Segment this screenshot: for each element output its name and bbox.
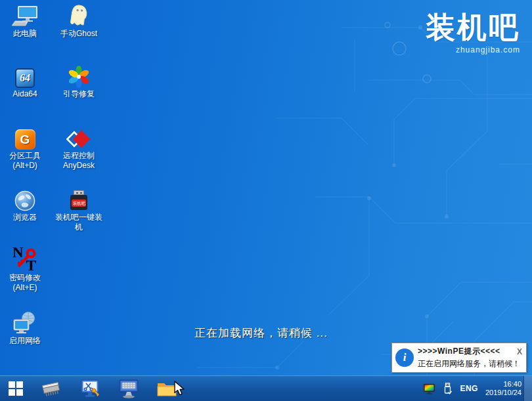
taskbar-clock[interactable]: 16:40 2019/10/24 xyxy=(485,380,521,397)
usb-installer-icon: 装机吧 xyxy=(69,188,89,211)
icon-label: 浏览器 xyxy=(1,213,49,222)
nt-password-icon: N T xyxy=(12,248,37,272)
aida64-glyph: 64 xyxy=(20,72,30,84)
globe-icon xyxy=(14,188,35,211)
network-monitor-icon xyxy=(12,311,37,335)
anydesk-icon xyxy=(66,126,91,150)
icon-label-sub: AnyDesk xyxy=(53,161,105,171)
icon-label: Aida64 xyxy=(1,89,49,99)
winpe-notification: i >>>>WinPE提示<<<< X 正在启用网络服务，请稍候！ xyxy=(391,343,527,373)
this-pc-icon xyxy=(11,4,39,28)
icon-label: 引导修复 xyxy=(53,89,105,99)
diskgenius-icon: G xyxy=(15,126,35,150)
desktop-icon-enable-network[interactable]: 启用网络 xyxy=(1,311,49,346)
clock-time: 16:40 xyxy=(485,380,521,389)
desktop-icon-aida64[interactable]: 64 Aida64 xyxy=(1,64,49,99)
ram-chip-icon xyxy=(41,381,62,398)
screen-capture-icon xyxy=(80,379,101,399)
display-settings-icon[interactable] xyxy=(423,383,435,394)
desktop-icon-boot-repair[interactable]: 引导修复 xyxy=(53,64,105,99)
usb-eject-icon[interactable] xyxy=(443,383,453,395)
icon-label: 分区工具 xyxy=(1,151,49,161)
icon-label: 启用网络 xyxy=(1,336,49,346)
icon-label: 此电脑 xyxy=(1,29,49,39)
desktop-icon-anydesk[interactable]: 远程控制 AnyDesk xyxy=(53,126,105,171)
notification-message: 正在启用网络服务，请稍候！ xyxy=(418,358,523,369)
usb-badge-text: 装机吧 xyxy=(73,200,85,206)
icon-label: 远程控制 xyxy=(53,151,105,161)
desktop-icon-onekey-install[interactable]: 装机吧 装机吧一键装机 xyxy=(53,188,105,232)
info-icon-glyph: i xyxy=(403,351,407,364)
ghost-icon xyxy=(67,4,91,28)
taskbar-button-remote-keyboard[interactable] xyxy=(117,378,141,400)
notification-close-button[interactable]: X xyxy=(516,347,523,356)
icon-label: 密码修改 xyxy=(1,273,49,283)
clock-date: 2019/10/24 xyxy=(485,389,521,397)
taskbar: ENG 16:40 2019/10/24 xyxy=(0,375,532,401)
desktop-icon-partition-tool[interactable]: G 分区工具 (Alt+D) xyxy=(1,126,49,171)
show-desktop-button[interactable] xyxy=(523,376,532,401)
desktop-icon-manual-ghost[interactable]: 手动Ghost xyxy=(53,4,105,39)
language-indicator[interactable]: ENG xyxy=(460,384,478,393)
icon-label-hotkey: (Alt+E) xyxy=(1,283,49,293)
windows-logo-icon xyxy=(9,381,23,396)
desktop-icon-password-reset[interactable]: N T 密码修改 (Alt+E) xyxy=(1,248,49,293)
desktop-icon-browser[interactable]: 浏览器 xyxy=(1,188,49,222)
taskbar-button-screen-capture[interactable] xyxy=(79,378,102,400)
loading-network-message: 正在加载网络，请稍候 ... xyxy=(194,326,328,341)
logo-title: 装机吧 xyxy=(426,11,520,45)
notification-title: >>>>WinPE提示<<<< xyxy=(418,346,500,357)
diskgenius-glyph: G xyxy=(20,133,30,147)
logo-subtitle: zhuangjiba.com xyxy=(426,45,520,54)
icon-label: 手动Ghost xyxy=(53,29,105,39)
icon-label: 装机吧一键装机 xyxy=(53,213,105,232)
info-icon: i xyxy=(395,348,414,367)
aida64-icon: 64 xyxy=(15,64,35,88)
winpe-desktop: 装机吧 zhuangjiba.com 此电脑 xyxy=(0,0,532,401)
boot-repair-icon xyxy=(68,64,90,88)
icon-label-hotkey: (Alt+D) xyxy=(1,161,49,171)
taskbar-button-file-explorer[interactable] xyxy=(155,378,179,400)
keyboard-monitor-icon xyxy=(117,379,141,399)
zhuangjiba-logo: 装机吧 zhuangjiba.com xyxy=(426,11,520,54)
folder-icon xyxy=(156,381,177,398)
start-button[interactable] xyxy=(0,376,32,401)
taskbar-button-memory-tool[interactable] xyxy=(39,378,63,400)
system-tray: ENG 16:40 2019/10/24 xyxy=(423,376,521,401)
desktop-icon-this-pc[interactable]: 此电脑 xyxy=(1,4,49,39)
